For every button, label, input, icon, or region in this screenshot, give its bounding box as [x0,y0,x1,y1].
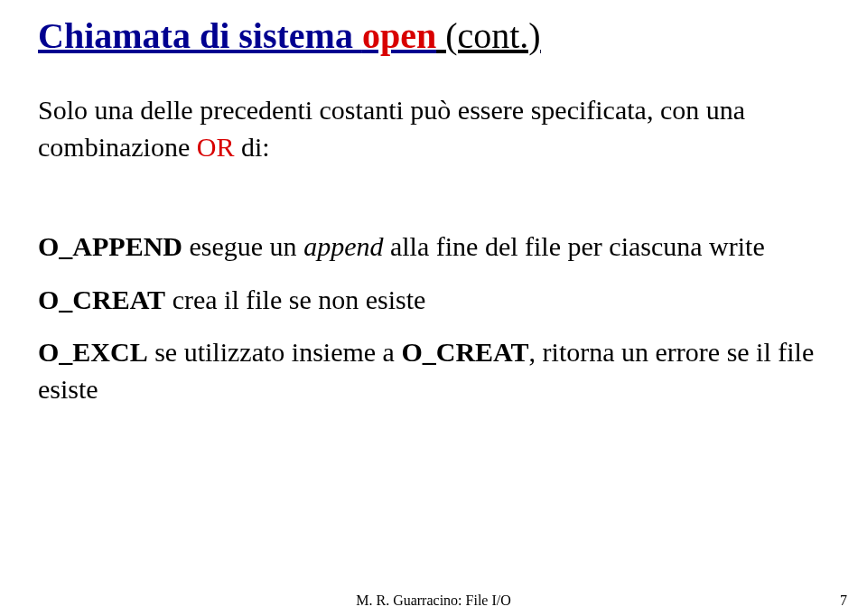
footer-text: M. R. Guarracino: File I/O [0,593,867,609]
append-t1: esegue un [182,231,303,261]
slide-body: Solo una delle precedenti costanti può e… [38,92,829,407]
item-creat: O_CREAT crea il file se non esiste [38,282,829,319]
page-number: 7 [840,593,847,609]
append-t2: alla fine del file per ciascuna write [383,231,764,261]
title-part1: Chiamata di sistema [38,15,362,56]
item-excl: O_EXCL se utilizzato insieme a O_CREAT, … [38,334,829,407]
lead-paragraph: Solo una delle precedenti costanti può e… [38,92,829,165]
lead-t1: Solo una delle precedenti costanti può e… [38,95,745,162]
slide: Chiamata di sistema open (cont.) Solo un… [0,0,867,616]
append-ital: append [303,231,383,261]
const-o-creat-ref: O_CREAT [401,337,528,367]
creat-t1: crea il file se non esiste [165,285,425,314]
slide-title: Chiamata di sistema open (cont.) [38,16,829,56]
const-o-creat: O_CREAT [38,285,165,314]
lead-or: OR [197,132,235,162]
const-o-excl: O_EXCL [38,337,148,367]
excl-t1: se utilizzato insieme a [148,337,402,367]
title-part2: (cont.) [436,15,541,56]
item-append: O_APPEND esegue un append alla fine del … [38,229,829,266]
title-highlight: open [362,15,436,56]
const-o-append: O_APPEND [38,231,182,261]
lead-t2: di: [234,132,269,162]
